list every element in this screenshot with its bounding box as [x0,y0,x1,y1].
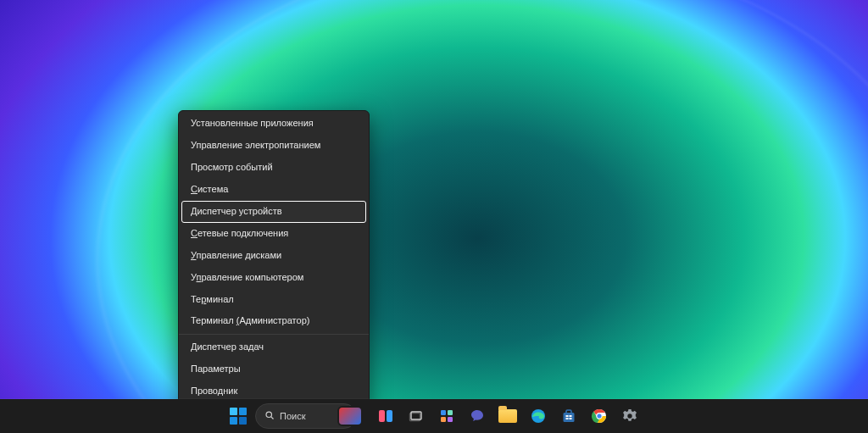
menu-item-label: Диспетчер задач [191,341,264,354]
svg-rect-3 [387,410,392,422]
menu-item[interactable]: Установленные приложения [179,113,369,135]
start-button[interactable] [225,402,252,430]
taskbar-app-explorer[interactable] [494,402,521,430]
svg-rect-14 [566,418,569,419]
svg-rect-7 [448,410,453,415]
folder-icon [498,409,517,423]
search-label: Поиск [280,411,348,421]
store-icon [560,408,577,425]
windows-logo-icon [230,408,247,425]
svg-rect-8 [441,417,446,422]
menu-item[interactable]: Управление дисками [179,245,369,267]
chat-icon [469,408,486,425]
chrome-icon [591,408,608,425]
menu-item[interactable]: Диспетчер задач [179,336,369,358]
menu-item[interactable]: Просмотр событий [179,157,369,179]
menu-item[interactable]: Управление электропитанием [179,135,369,157]
menu-item-label: Управление компьютером [191,271,303,285]
menu-item-label: Просмотр событий [191,161,273,175]
menu-item[interactable]: Параметры [179,358,369,380]
taskbar: Поиск [0,399,868,433]
svg-rect-13 [570,415,572,417]
taskbar-app-chat[interactable] [464,402,491,430]
task-view-icon [408,408,425,425]
menu-item-label: Управление электропитанием [191,139,320,153]
taskbar-app-edge[interactable] [525,402,552,430]
menu-item[interactable]: Терминал [179,289,369,311]
menu-item-label: Диспетчер устройств [191,205,282,219]
menu-item[interactable]: Сетевые подключения [179,223,369,245]
widgets-icon [438,408,455,425]
menu-item[interactable]: Терминал (Администратор) [179,310,369,332]
menu-item[interactable]: Диспетчер устройств [181,201,366,223]
search-icon [264,410,275,422]
svg-rect-2 [379,410,385,422]
svg-rect-12 [566,415,569,417]
taskbar-center: Поиск [225,402,643,430]
search-highlight-badge [339,408,361,425]
svg-rect-11 [564,413,575,422]
taskbar-app-copilot[interactable] [372,402,399,430]
menu-item-label: Терминал [191,293,234,307]
menu-item-label: Система [191,183,228,197]
menu-item[interactable]: Система [179,179,369,201]
svg-rect-15 [570,418,572,419]
gear-icon [621,408,638,425]
copilot-icon [377,408,394,425]
menu-item[interactable]: Управление компьютером [179,267,369,289]
taskbar-app-settings[interactable] [616,402,643,430]
menu-item-label: Управление дисками [191,249,281,263]
menu-item-label: Параметры [191,363,241,376]
taskbar-app-store[interactable] [555,402,582,430]
svg-rect-6 [441,410,446,415]
svg-point-0 [266,412,271,417]
taskbar-search[interactable]: Поиск [255,403,357,429]
taskbar-app-chrome[interactable] [586,402,613,430]
start-context-menu: Установленные приложенияУправление элект… [178,110,370,433]
taskbar-app-widgets[interactable] [433,402,460,430]
menu-item-label: Терминал (Администратор) [191,314,309,328]
menu-separator [179,334,369,335]
menu-item-label: Установленные приложения [191,117,314,130]
menu-item-label: Сетевые подключения [191,227,288,241]
svg-line-1 [271,417,274,419]
edge-icon [530,408,547,425]
menu-item-label: Проводник [191,385,237,398]
taskbar-app-task-view[interactable] [403,402,430,430]
svg-rect-9 [448,417,453,422]
